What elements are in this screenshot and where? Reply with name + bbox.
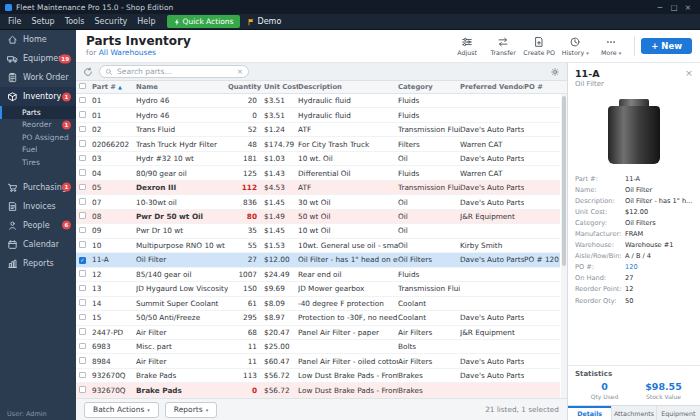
cell-name: Misc. part — [136, 342, 228, 351]
cell-quantity: 150 — [228, 284, 264, 293]
table-row[interactable]: ✓11-AOil Filter27$12.00Oil Filter - has … — [76, 253, 560, 267]
column-header-name[interactable]: Name — [136, 83, 228, 91]
history-button[interactable]: History ▾ — [558, 36, 592, 56]
row-checkbox[interactable] — [76, 313, 92, 322]
column-header-category[interactable]: Category — [398, 83, 460, 91]
row-checkbox[interactable] — [76, 284, 92, 293]
row-checkbox[interactable] — [76, 96, 92, 105]
close-icon[interactable]: × — [685, 68, 693, 78]
table-row[interactable]: 0480/90 gear oil125$1.43Differential Oil… — [76, 166, 560, 180]
reports-button[interactable]: Reports▾ — [165, 402, 217, 418]
sidebar-item-purchasing[interactable]: Purchasing1 — [0, 178, 76, 197]
row-checkbox[interactable] — [76, 183, 92, 192]
table-row[interactable]: 01Hydro 4620$3.51Hydraulic fluidFluids — [76, 94, 560, 108]
row-checkbox[interactable] — [76, 328, 92, 337]
sidebar-item-label: Parts — [22, 108, 41, 117]
table-row[interactable]: 932670QBrake Pads0$56.72Low Dust Brake P… — [76, 383, 560, 397]
batch-actions-button[interactable]: Batch Actions▾ — [84, 402, 159, 418]
toolbar-action-label: More ▾ — [601, 49, 621, 56]
clear-search-icon[interactable]: × — [237, 68, 243, 76]
column-header-po[interactable]: PO # — [524, 83, 560, 91]
table-row[interactable]: 02Trans Fluid52$1.24ATFTransmission Flui… — [76, 123, 560, 137]
column-header-preferred-vendor[interactable]: Preferred Vendor — [460, 83, 524, 91]
table-row[interactable]: 8984Air Filter11$60.47Panel Air Filter -… — [76, 354, 560, 368]
table-row[interactable]: 03Hydr #32 10 wt181$1.0310 wt. OilOilDav… — [76, 152, 560, 166]
table-row[interactable]: 2447-PDAir Filter68$20.47Panel Air Filte… — [76, 326, 560, 340]
menu-setup[interactable]: Setup — [26, 16, 59, 27]
sidebar-item-tires[interactable]: Tires — [0, 156, 76, 169]
column-header-quantity[interactable]: Quantity — [228, 83, 264, 91]
refresh-icon[interactable] — [83, 67, 93, 77]
sidebar-item-calendar[interactable]: Calendar — [0, 235, 76, 254]
minimize-button[interactable]: ─ — [653, 3, 667, 12]
scrollbar-thumb[interactable] — [562, 96, 566, 266]
sidebar-item-invoices[interactable]: Invoices — [0, 197, 76, 216]
more-button[interactable]: More ▾ — [594, 36, 628, 56]
gear-icon[interactable] — [550, 67, 560, 77]
row-checkbox[interactable] — [76, 386, 92, 395]
tab-equipment[interactable]: Equipment — [657, 406, 700, 420]
table-row[interactable]: 09Pwr Dr 10 wt35$1.4510 wt OilOil — [76, 224, 560, 238]
maximize-button[interactable]: □ — [667, 3, 681, 12]
table-row[interactable]: 02066202Trash Truck Hydr Filter48$174.79… — [76, 137, 560, 151]
warehouse-filter-link[interactable]: All Warehouses — [99, 48, 156, 57]
row-checkbox[interactable] — [76, 371, 92, 380]
create-po-button[interactable]: Create PO — [522, 36, 556, 56]
sidebar-item-people[interactable]: People6 — [0, 216, 76, 235]
sidebar-item-fuel[interactable]: Fuel — [0, 144, 76, 157]
row-checkbox[interactable] — [76, 198, 92, 207]
row-checkbox[interactable] — [76, 140, 92, 149]
table-row[interactable]: 0710-30wt oil836$1.4530 wt OilOilDave's … — [76, 195, 560, 209]
menu-file[interactable]: File — [3, 16, 26, 27]
menu-security[interactable]: Security — [89, 16, 132, 27]
select-all-checkbox[interactable] — [76, 83, 92, 92]
new-part-button[interactable]: + New — [641, 38, 692, 54]
row-checkbox[interactable] — [76, 342, 92, 351]
sidebar-item-home[interactable]: Home — [0, 30, 76, 49]
column-header-part[interactable]: Part #▲ — [92, 83, 136, 91]
tab-attachments[interactable]: Attachments — [612, 406, 656, 420]
row-checkbox[interactable] — [76, 169, 92, 178]
menu-tools[interactable]: Tools — [60, 16, 90, 27]
table-row[interactable]: 10Multipurpose RNO 10 wt55$1.5310wt. Gen… — [76, 239, 560, 253]
vertical-scrollbar[interactable] — [561, 94, 567, 398]
table-row[interactable]: 932670QBrake Pads113$56.72Low Dust Brake… — [76, 369, 560, 383]
column-header-unit-cost[interactable]: Unit Cost — [264, 83, 298, 91]
row-checkbox[interactable] — [76, 357, 92, 366]
table-row[interactable]: 01Hydro 460$3.51Hydraulic fluidFluids — [76, 108, 560, 122]
column-header-description[interactable]: Description — [298, 83, 398, 91]
sidebar-item-equipment[interactable]: Equipment19 — [0, 49, 76, 68]
table-row[interactable]: 14Summit Super Coolant61$8.09-40 degree … — [76, 297, 560, 311]
row-checkbox[interactable] — [76, 212, 92, 221]
row-checkbox[interactable] — [76, 241, 92, 250]
sidebar-item-reports[interactable]: Reports — [0, 254, 76, 273]
table-row[interactable]: 1550/50 Anti/Freeze295$8.97Protection to… — [76, 311, 560, 325]
search-input[interactable] — [117, 67, 233, 76]
search-box[interactable]: × — [99, 65, 249, 78]
row-checkbox[interactable] — [76, 299, 92, 308]
toolbar-action-label: History ▾ — [562, 49, 589, 56]
table-row[interactable]: 08Pwr Dr 50 wt Oil80$1.4950 wt OilOilJ&R… — [76, 210, 560, 224]
close-button[interactable]: × — [681, 3, 695, 12]
row-checkbox[interactable]: ✓ — [76, 255, 92, 264]
menu-help[interactable]: Help — [132, 16, 160, 27]
sidebar-item-work-orders[interactable]: Work Orders — [0, 68, 76, 87]
tab-details[interactable]: Details — [568, 406, 612, 420]
table-row[interactable]: 6983Misc. part11$25.00Bolts — [76, 340, 560, 354]
table-row[interactable]: 13JD Hygaurd Low Viscosity trans150$9.69… — [76, 282, 560, 296]
quick-actions-button[interactable]: Quick Actions — [167, 15, 240, 28]
sidebar-item-parts[interactable]: Parts — [0, 106, 76, 119]
row-checkbox[interactable] — [76, 226, 92, 235]
table-row[interactable]: 1285/140 gear oil1007$24.49Rear end oilF… — [76, 268, 560, 282]
sidebar-item-po-assigned[interactable]: PO Assigned — [0, 131, 76, 144]
table-row[interactable]: 05Dexron III112$4.53ATFTransmission Flui… — [76, 181, 560, 195]
sidebar-item-reorder[interactable]: Reorder1 — [0, 119, 76, 132]
transfer-button[interactable]: Transfer — [486, 36, 520, 56]
field-value[interactable]: 120 — [625, 263, 693, 273]
adjust-button[interactable]: Adjust — [450, 36, 484, 56]
sidebar-item-inventory[interactable]: Inventory1 — [0, 87, 76, 106]
row-checkbox[interactable] — [76, 270, 92, 279]
row-checkbox[interactable] — [76, 125, 92, 134]
row-checkbox[interactable] — [76, 111, 92, 120]
row-checkbox[interactable] — [76, 154, 92, 163]
